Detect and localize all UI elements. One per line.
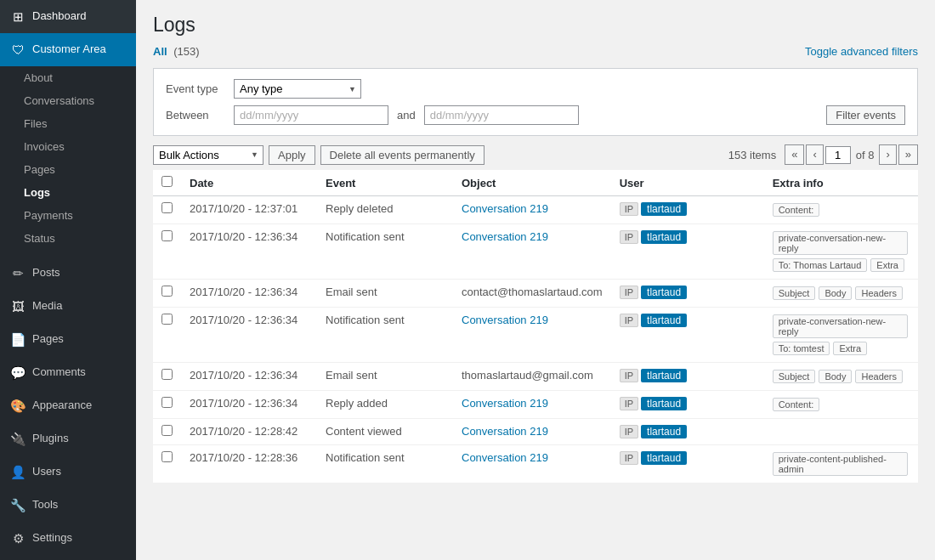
col-header-date: Date <box>181 170 317 196</box>
row-user: IPtlartaud <box>611 445 764 484</box>
sidebar-item-tools[interactable]: 🔧 Tools <box>0 489 136 522</box>
main-content: Logs All (153) Toggle advanced filters E… <box>136 0 935 560</box>
extra-tags-block: SubjectBodyHeaders <box>773 369 910 384</box>
sidebar-item-users[interactable]: 👤 Users <box>0 455 136 489</box>
table-row: 2017/10/20 - 12:36:34Email sentthomaslar… <box>153 363 918 391</box>
sidebar: ⊞ Dashboard 🛡 Customer Area About Conver… <box>0 0 136 560</box>
row-checkbox[interactable] <box>162 397 173 408</box>
table-row: 2017/10/20 - 12:36:34Email sentcontact@t… <box>153 280 918 308</box>
sidebar-sub-logs[interactable]: Logs <box>0 181 136 204</box>
toggle-filters-link[interactable]: Toggle advanced filters <box>805 45 918 58</box>
all-filter-link[interactable]: All (153) <box>153 45 200 58</box>
row-event: Notification sent <box>317 445 453 484</box>
row-object-link[interactable]: Conversation 219 <box>462 230 548 243</box>
bulk-actions-select[interactable]: Bulk Actions <box>153 145 264 165</box>
sidebar-item-posts[interactable]: ✏ Posts <box>0 257 136 290</box>
row-checkbox[interactable] <box>162 425 173 436</box>
row-date: 2017/10/20 - 12:28:36 <box>181 445 317 484</box>
extra-tag: private-conversation-new-reply <box>773 231 908 255</box>
row-object-link[interactable]: Conversation 219 <box>462 202 548 215</box>
table-row: 2017/10/20 - 12:37:01Reply deletedConver… <box>153 196 918 224</box>
extra-tag: Body <box>819 286 852 300</box>
sidebar-item-settings[interactable]: ⚙ Settings <box>0 522 136 555</box>
sidebar-item-dashboard[interactable]: ⊞ Dashboard <box>0 0 136 33</box>
extra-tag: Body <box>819 370 852 383</box>
sidebar-dashboard-label: Dashboard <box>32 8 87 24</box>
row-checkbox[interactable] <box>162 369 173 380</box>
sidebar-sub-about[interactable]: About <box>0 66 136 89</box>
extra-tag: Subject <box>773 370 816 383</box>
sidebar-sub-status[interactable]: Status <box>0 227 136 250</box>
row-checkbox[interactable] <box>162 451 173 462</box>
shield-icon: 🛡 <box>10 41 26 59</box>
row-object[interactable]: Conversation 219 <box>453 224 611 280</box>
sidebar-item-media[interactable]: 🖼 Media <box>0 290 136 323</box>
row-object[interactable]: Conversation 219 <box>453 196 611 224</box>
sidebar-item-customer-area[interactable]: 🛡 Customer Area <box>0 33 136 66</box>
sidebar-sub-conversations[interactable]: Conversations <box>0 89 136 112</box>
sidebar-item-plugins[interactable]: 🔌 Plugins <box>0 422 136 455</box>
subsubsub-nav: All (153) Toggle advanced filters <box>153 45 918 58</box>
row-user: IPtlartaud <box>611 308 764 363</box>
delete-all-button[interactable]: Delete all events permanently <box>320 145 484 165</box>
users-icon: 👤 <box>10 463 26 481</box>
last-page-button[interactable]: » <box>898 144 918 165</box>
table-row: 2017/10/20 - 12:36:34Notification sentCo… <box>153 308 918 363</box>
row-checkbox[interactable] <box>162 286 173 297</box>
event-type-select[interactable]: Any type <box>234 79 361 99</box>
plugins-icon: 🔌 <box>10 430 26 448</box>
row-object-link[interactable]: Conversation 219 <box>462 397 548 410</box>
sidebar-item-pages[interactable]: 📄 Pages <box>0 323 136 356</box>
prev-page-button[interactable]: ‹ <box>806 144 823 165</box>
first-page-button[interactable]: « <box>785 144 804 165</box>
items-count: 153 items <box>728 149 776 161</box>
row-checkbox[interactable] <box>162 230 173 241</box>
settings-icon: ⚙ <box>10 529 26 547</box>
date-start-input[interactable] <box>234 105 388 125</box>
sidebar-conversations-label: Conversations <box>24 94 94 107</box>
ip-badge: IP <box>620 397 638 410</box>
row-checkbox[interactable] <box>162 202 173 213</box>
row-checkbox[interactable] <box>162 314 173 325</box>
sidebar-item-comments[interactable]: 💬 Comments <box>0 356 136 389</box>
row-object-link[interactable]: Conversation 219 <box>462 425 548 438</box>
row-event: Reply added <box>317 391 453 419</box>
page-of-label: of 8 <box>856 149 875 161</box>
row-user: IPtlartaud <box>611 391 764 419</box>
extra-tags-block: Content: <box>773 202 910 218</box>
row-event: Reply deleted <box>317 196 453 224</box>
row-object[interactable]: Conversation 219 <box>453 391 611 419</box>
row-date: 2017/10/20 - 12:28:42 <box>181 419 317 445</box>
extra-tag: Headers <box>855 286 903 300</box>
sidebar-sub-files[interactable]: Files <box>0 112 136 135</box>
row-object[interactable]: Conversation 219 <box>453 445 611 484</box>
select-all-checkbox[interactable] <box>162 176 173 187</box>
next-page-button[interactable]: › <box>879 144 896 165</box>
row-object-link[interactable]: Conversation 219 <box>462 451 548 464</box>
row-date: 2017/10/20 - 12:36:34 <box>181 391 317 419</box>
page-number-input[interactable] <box>825 146 851 164</box>
ip-badge: IP <box>620 230 638 244</box>
sidebar-users-label: Users <box>32 464 61 479</box>
apply-button[interactable]: Apply <box>269 145 315 165</box>
sidebar-item-appearance[interactable]: 🎨 Appearance <box>0 389 136 422</box>
ip-badge: IP <box>620 369 638 382</box>
filter-events-button[interactable]: Filter events <box>826 105 905 125</box>
sidebar-sub-payments[interactable]: Payments <box>0 204 136 227</box>
user-badge: tlartaud <box>641 451 687 465</box>
user-badge: tlartaud <box>641 202 687 216</box>
sidebar-settings-label: Settings <box>32 530 72 546</box>
date-end-input[interactable] <box>424 105 579 125</box>
sidebar-files-label: Files <box>24 117 47 130</box>
user-badge: tlartaud <box>641 230 687 244</box>
sidebar-sub-invoices[interactable]: Invoices <box>0 135 136 158</box>
sidebar-pages-label: Pages <box>24 163 55 176</box>
row-object-link[interactable]: Conversation 219 <box>462 314 548 326</box>
extra-tag: Content: <box>773 398 820 411</box>
row-object: thomaslartaud@gmail.com <box>453 363 611 391</box>
row-object[interactable]: Conversation 219 <box>453 308 611 363</box>
row-object[interactable]: Conversation 219 <box>453 419 611 445</box>
sidebar-sub-pages[interactable]: Pages <box>0 158 136 181</box>
extra-tag: Subject <box>773 286 816 300</box>
posts-icon: ✏ <box>10 264 26 282</box>
